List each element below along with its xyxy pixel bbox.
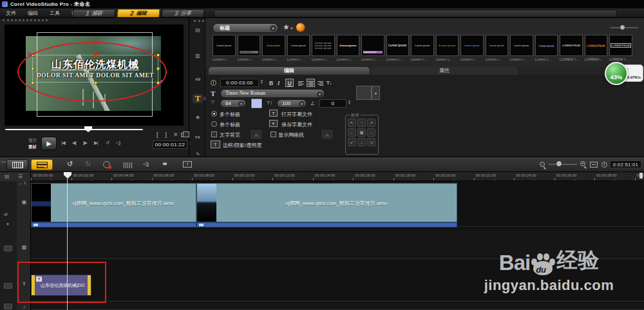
undo-button[interactable]: ↺ [67,160,73,168]
add-track-icon[interactable]: ＋ [18,181,22,187]
enlarge-preview-icon[interactable] [181,133,186,137]
line-spacing-dropdown[interactable]: 100 ▼ [277,99,307,108]
underline-button[interactable]: U [285,79,294,87]
gallery-mode-icon[interactable] [296,23,305,32]
mode-project-label[interactable]: 项目 [28,138,37,144]
single-title-radio[interactable] [211,121,217,127]
transition-icon[interactable]: AB [193,75,203,84]
track-expand-icon[interactable]: ▼ [6,222,10,226]
preset-dropdown-arrow[interactable]: ▼ [372,86,380,100]
video-clip-2[interactable]: vj师网_www.vjshi.com_航拍工业宣传片.wmv [196,183,457,222]
voice-track-icon[interactable]: ♪ [19,304,29,310]
media-library-icon[interactable]: ▤ [193,26,203,35]
step-tab-2[interactable]: 3分享 [161,9,204,17]
multiple-titles-label[interactable]: 多个标题 [220,111,240,118]
template-thumb-10[interactable]: Lorem ipsumLorem i... [460,35,484,64]
chapter-title-icon[interactable]: T [183,161,192,168]
mode-clip-label[interactable]: 素材 [28,144,37,150]
thumb-preview[interactable]: Lorem ipsum [411,35,434,56]
align-button-1[interactable]: ↑ [357,119,366,127]
storyboard-view-button[interactable] [6,159,28,170]
multiple-titles-radio[interactable] [211,111,217,117]
thumb-preview[interactable]: Lorem ipsum [287,35,310,56]
category-dropdown[interactable]: 标题 ▼ [213,23,278,33]
save-subtitle-label[interactable]: 保存字幕文件 [281,121,312,128]
play-button[interactable]: ▶ [41,137,57,150]
align-button-2[interactable]: ↗ [367,119,375,127]
graphic-icon[interactable]: ❖ [193,113,203,122]
sound-mixer-icon[interactable] [124,162,133,168]
audio-strip-1[interactable] [31,222,196,228]
end-button[interactable]: ▶| [94,140,98,146]
thumb-preview[interactable]: Lorem ipsum [436,35,459,56]
audio-strip-2[interactable] [196,222,457,228]
record-capture-icon[interactable] [103,161,110,168]
template-thumb-3[interactable]: Lorem ipsumLorem i... [287,35,310,64]
mark-out-icon[interactable]: ] [165,131,167,138]
font-size-dropdown[interactable]: 64 ▼ [220,99,246,108]
text-color-swatch[interactable] [251,99,262,108]
zoom-out-icon[interactable]: - [540,162,545,167]
favorite-star-icon[interactable]: ★★ [283,23,294,32]
voice-track-row[interactable] [31,303,644,310]
template-thumb-8[interactable]: Lorem ipsumLorem i... [411,35,434,64]
overlay-track-icon[interactable]: ▩ [19,244,29,251]
mark-in-icon[interactable]: [ [156,131,158,138]
thumb-preview[interactable]: Lorem ipsum [262,35,285,56]
duration-field[interactable]: 0:00:03:00 [220,79,259,87]
tab-attributes[interactable]: 属性 [371,67,518,75]
align-right-button[interactable] [317,79,324,86]
filter-icon[interactable]: FX [193,133,203,142]
auto-music-icon[interactable]: ●● [162,160,166,167]
zoom-in-icon[interactable]: + [580,161,585,166]
vertical-text-button[interactable]: T↓ [327,80,332,86]
angle-spinner[interactable]: ▲▼ [347,100,352,104]
text-background-checkbox[interactable] [211,131,217,137]
thumb-preview[interactable]: Lorem ipsum [486,35,509,56]
duration-spinner[interactable]: ▲▼ [260,79,264,84]
video-track-icon[interactable]: ▣ [19,199,29,206]
project-duration-timecode[interactable]: 0:02:51:01 [610,160,641,168]
thumb-preview[interactable]: Lorem ipsum [535,35,558,56]
template-thumb-12[interactable]: Lorem ipsumLorem i... [510,35,533,64]
font-dropdown[interactable]: Times New Roman ▼ [220,89,325,98]
template-thumb-5[interactable]: Lorem ipsumLorem i... [337,35,360,64]
timeline-zoom-slider[interactable] [549,164,577,165]
thumb-preview[interactable]: LOREM IPSUM [560,35,583,56]
italic-button[interactable]: I [278,80,279,86]
title-track-lock-icon[interactable] [4,283,12,289]
instant-project-icon[interactable]: ▥ [193,52,203,61]
step-tab-0[interactable]: 1捕获 [72,9,115,17]
thumb-preview[interactable]: Lorem ipsum [213,35,236,56]
menu-item-1[interactable]: 编辑 [22,8,44,18]
speaker-icon[interactable]: ◁) [143,161,149,167]
thumb-preview[interactable]: Lorem ipsum Lorem ipsum Lorem ipsum [312,35,335,56]
align-left-button[interactable] [298,79,305,86]
track-link-icon[interactable]: ⇄ [4,212,8,217]
thumb-preview[interactable]: Lorem ipsum [460,35,484,56]
track-view-icon[interactable]: ▤ [5,173,10,179]
thumb-preview[interactable]: Lorem ipsum [386,35,410,56]
next-frame-button[interactable]: |▶ [83,140,87,146]
tab-edit[interactable]: 编辑 [209,67,370,75]
net-monitor-badge[interactable]: 43% [605,62,628,85]
playhead-line[interactable] [67,179,68,310]
open-subtitle-label[interactable]: 打开字幕文件 [281,111,312,118]
prev-frame-button[interactable]: ◀| [72,140,76,146]
timeline-zoom-thumb[interactable] [556,160,562,167]
align-button-7[interactable]: ↓ [357,138,366,146]
video-clip-1[interactable]: vj师网_www.vjshi.com_航拍工业宣传片.wmv [31,183,196,222]
align-button-0[interactable]: ↖ [348,119,356,127]
text-background-label[interactable]: 文字背景 [220,131,240,139]
menu-item-0[interactable]: 文件 [0,8,22,18]
thumb-preview[interactable]: Lorem ipsum [337,35,360,56]
bold-button[interactable]: B [269,80,273,86]
fit-project-icon[interactable] [590,162,598,168]
scrub-thumb[interactable] [84,126,92,132]
single-title-label[interactable]: 单个标题 [220,121,240,128]
open-subtitle-icon[interactable]: T [269,110,278,117]
template-thumb-1[interactable]: Lorem ipsumLorem i... [238,35,261,64]
template-thumb-11[interactable]: Lorem ipsumLorem i... [486,35,509,64]
template-thumb-13[interactable]: Lorem ipsumLorem |... [535,35,558,64]
template-thumb-16[interactable]: LOREM IPSUMLOREM I... [609,35,632,64]
